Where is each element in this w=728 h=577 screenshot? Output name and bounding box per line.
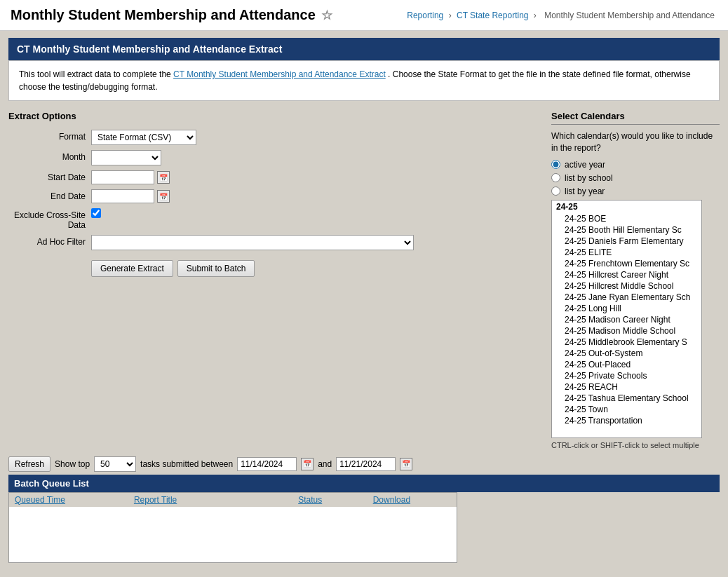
radio-list-by-school: list by school [551,173,720,183]
format-label: Format [8,130,86,142]
list-item[interactable]: 24-25 Madison Middle School [552,325,701,337]
breadcrumb-ct-state[interactable]: CT State Reporting [457,11,529,20]
format-control: State Format (CSV) Debug Format [91,130,196,145]
month-label: Month [8,150,86,162]
end-date-row: End Date 📅 [8,189,540,203]
end-date-label: End Date [8,189,86,201]
adhoc-row: Ad Hoc Filter [8,235,540,250]
exclude-label: Exclude Cross-Site Data [8,208,86,230]
list-item[interactable]: 24-25 Hillcrest Middle School [552,280,701,292]
col-queued-time[interactable]: Queued Time [9,492,128,507]
list-item[interactable]: 24-25 Town [552,404,701,415]
select-calendars-heading: Select Calendars [551,108,720,125]
adhoc-label: Ad Hoc Filter [8,235,86,247]
month-row: Month [8,150,540,165]
end-date-control: 📅 [91,189,170,203]
radio-list-by-school-label: list by school [565,173,613,183]
list-item[interactable]: 24-25 REACH [552,381,701,393]
start-date-label: Start Date [8,170,86,182]
adhoc-select[interactable] [91,235,414,250]
start-date-row: Start Date 📅 [8,170,540,184]
info-box: This tool will extract data to complete … [8,60,720,101]
radio-active-year-input[interactable] [551,160,560,169]
month-select[interactable] [91,150,161,165]
list-item[interactable]: 24-25 ELITE [552,247,701,258]
end-date-calendar-icon[interactable]: 📅 [157,190,170,203]
breadcrumb-current: Monthly Student Membership and Attendanc… [544,11,715,20]
breadcrumb-reporting[interactable]: Reporting [407,11,443,20]
page-title: Monthly Student Membership and Attendanc… [11,7,332,23]
list-item[interactable]: 24-25 Madison Career Night [552,314,701,325]
batch-queue-title: Batch Queue List [8,475,720,492]
refresh-button[interactable]: Refresh [8,456,50,472]
col-report-title[interactable]: Report Title [128,492,292,507]
col-download[interactable]: Download [368,492,457,507]
favorite-icon[interactable]: ☆ [321,8,332,23]
batch-table: Queued Time Report Title Status Download [8,492,457,564]
extract-options-panel: Extract Options Format State Format (CSV… [8,108,540,449]
list-item[interactable]: 24-25 Private Schools [552,370,701,381]
info-link[interactable]: CT Monthly Student Membership and Attend… [173,69,386,79]
submit-to-batch-button[interactable]: Submit to Batch [177,260,255,277]
radio-active-year: active year [551,160,720,170]
list-item[interactable]: 24-25 Transportation [552,415,701,426]
show-top-label: Show top [55,459,90,469]
adhoc-control [91,235,414,250]
two-col-layout: Extract Options Format State Format (CSV… [8,108,720,449]
list-item[interactable]: 24-25 Jane Ryan Elementary Sch [552,292,701,303]
action-buttons: Generate Extract Submit to Batch [8,260,540,277]
exclude-control [91,208,101,218]
start-date-control: 📅 [91,170,170,184]
batch-end-date[interactable] [336,457,396,471]
end-date-input[interactable] [91,189,154,203]
select-calendars-panel: Select Calendars Which calendar(s) would… [551,108,720,449]
breadcrumb: Reporting › CT State Reporting › Monthly… [407,11,717,20]
list-item[interactable]: 24-25 BOE [552,213,701,224]
month-control [91,150,161,165]
batch-controls: Refresh Show top 50 10 25 100 tasks subm… [8,456,720,472]
batch-end-cal-icon[interactable]: 📅 [400,458,412,470]
radio-list-by-school-input[interactable] [551,173,560,182]
batch-section: Refresh Show top 50 10 25 100 tasks subm… [8,456,720,564]
list-item[interactable]: 24-25 Booth Hill Elementary Sc [552,224,701,236]
batch-start-cal-icon[interactable]: 📅 [301,458,314,470]
list-item[interactable]: 24-25 Out-Placed [552,359,701,370]
main-content: CT Monthly Student Membership and Attend… [0,31,728,570]
radio-list-by-year-label: list by year [565,186,605,196]
col-status[interactable]: Status [292,492,368,507]
format-select[interactable]: State Format (CSV) Debug Format [91,130,196,145]
radio-active-year-label: active year [565,160,605,170]
empty-row [9,507,457,563]
batch-start-date[interactable] [237,457,297,471]
list-item[interactable]: 24-25 Frenchtown Elementary Sc [552,258,701,269]
cal-group-header: 24-25 [552,201,701,213]
format-row: Format State Format (CSV) Debug Format [8,130,540,145]
list-item[interactable]: 24-25 Long Hill [552,303,701,314]
generate-extract-button[interactable]: Generate Extract [91,260,173,277]
tasks-label: tasks submitted between [140,459,233,469]
extract-options-heading: Extract Options [8,108,540,124]
exclude-checkbox[interactable] [91,208,101,218]
start-date-calendar-icon[interactable]: 📅 [157,171,170,184]
batch-table-body [9,507,457,563]
batch-table-header: Queued Time Report Title Status Download [9,492,457,507]
radio-list-by-year-input[interactable] [551,186,560,196]
calendar-question: Which calendar(s) would you like to incl… [551,130,720,154]
title-text: Monthly Student Membership and Attendanc… [11,7,316,23]
exclude-row: Exclude Cross-Site Data [8,208,540,230]
section-title-bar: CT Monthly Student Membership and Attend… [8,38,720,60]
show-top-select[interactable]: 50 10 25 100 [94,456,136,472]
calendar-listbox[interactable]: 24-25 24-25 BOE24-25 Booth Hill Elementa… [551,200,702,438]
list-item[interactable]: 24-25 Middlebrook Elementary S [552,337,701,348]
list-item[interactable]: 24-25 Daniels Farm Elementary [552,236,701,247]
start-date-input[interactable] [91,170,154,184]
page-header: Monthly Student Membership and Attendanc… [0,0,728,31]
list-item[interactable]: 24-25 Out-of-System [552,348,701,359]
list-item[interactable]: 24-25 Hillcrest Career Night [552,269,701,280]
list-item[interactable]: 24-25 Tashua Elementary School [552,393,701,404]
calendar-hint: CTRL-click or SHIFT-click to select mult… [551,441,720,449]
section-title-text: CT Monthly Student Membership and Attend… [17,43,282,55]
radio-list-by-year: list by year [551,186,720,196]
